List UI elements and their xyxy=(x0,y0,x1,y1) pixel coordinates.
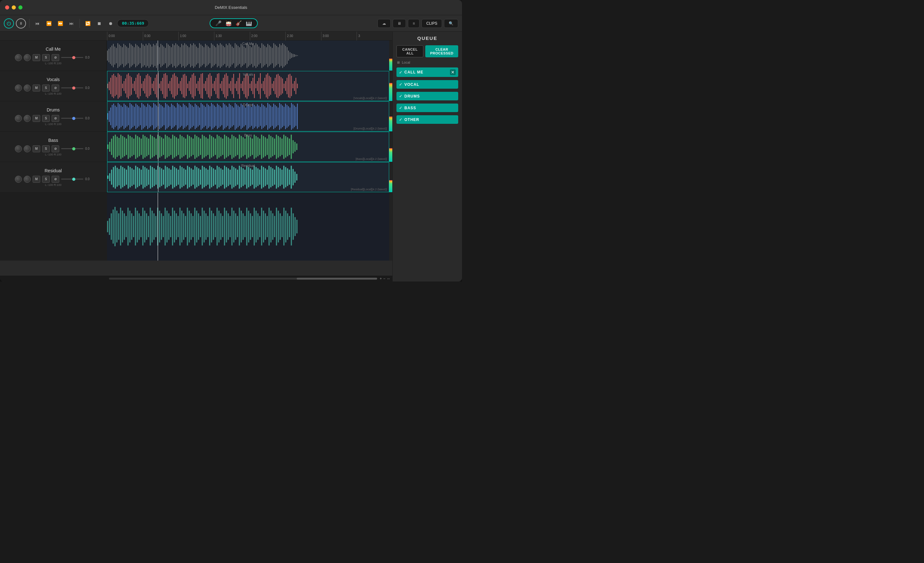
stop-button[interactable]: ⏹ xyxy=(94,19,104,28)
vocals-waveform[interactable]: Vocals xyxy=(107,71,389,101)
monitor-button[interactable]: 🖥 xyxy=(393,19,406,28)
svg-rect-582 xyxy=(278,167,279,187)
call-me-fader-line[interactable] xyxy=(61,57,83,58)
vocals-phase-button[interactable]: ⊘ xyxy=(52,84,59,92)
residual-fader-line[interactable] xyxy=(61,179,83,180)
svg-rect-148 xyxy=(135,78,136,95)
residual-waveform[interactable]: Residual xyxy=(107,162,389,192)
call-me-pan-knob[interactable] xyxy=(15,54,22,61)
vocals-fader-line[interactable] xyxy=(61,87,83,89)
vocals-vol-knob[interactable] xyxy=(24,84,31,92)
bass-mute-button[interactable]: M xyxy=(33,145,40,152)
svg-rect-526 xyxy=(174,167,176,187)
svg-rect-150 xyxy=(138,73,139,99)
residual-vol-knob[interactable] xyxy=(24,176,31,183)
call-me-close-button[interactable]: ✕ xyxy=(450,69,456,75)
zoom-minus-button[interactable]: − xyxy=(383,276,386,281)
drums-pan-knob[interactable] xyxy=(15,115,22,122)
svg-rect-454 xyxy=(231,135,233,159)
residual-pan-knob[interactable] xyxy=(15,176,22,183)
drums-icon[interactable]: 🥁 xyxy=(225,20,232,26)
svg-rect-262 xyxy=(113,104,114,129)
svg-rect-606 xyxy=(131,213,132,240)
drums-vol-knob[interactable] xyxy=(24,115,31,122)
mic-icon[interactable]: 🎤 xyxy=(215,20,222,26)
svg-rect-233 xyxy=(261,84,262,88)
search-button[interactable]: 🔍 xyxy=(444,19,458,28)
minimize-button[interactable] xyxy=(12,5,16,9)
vocals-pan-knob[interactable] xyxy=(15,84,22,92)
residual-phase-button[interactable]: ⊘ xyxy=(52,176,59,183)
bass-fader-line[interactable] xyxy=(61,148,83,149)
svg-rect-409 xyxy=(148,139,150,155)
bass-waveform[interactable]: Bass xyxy=(107,132,389,162)
rewind-button[interactable]: ⏪ xyxy=(44,19,54,28)
svg-rect-193 xyxy=(202,73,202,99)
close-button[interactable] xyxy=(5,5,9,9)
drums-phase-button[interactable]: ⊘ xyxy=(52,115,59,122)
drums-waveform[interactable]: Drums xyxy=(107,101,389,131)
drums-mute-button[interactable]: M xyxy=(33,115,40,122)
clips-button[interactable]: CLIPS xyxy=(422,19,442,28)
svg-rect-553 xyxy=(224,166,225,188)
empty-waveform[interactable] xyxy=(107,192,389,261)
residual-mute-button[interactable]: M xyxy=(33,176,40,183)
svg-rect-576 xyxy=(267,170,268,185)
call-me-vol-knob[interactable] xyxy=(24,54,31,61)
skip-start-button[interactable]: ⏮ xyxy=(33,19,42,28)
svg-rect-140 xyxy=(123,81,124,91)
bass-solo-button[interactable]: S xyxy=(42,145,50,152)
svg-rect-630 xyxy=(176,213,177,240)
menu-button[interactable]: ≡ xyxy=(408,19,420,28)
drums-fader-line[interactable] xyxy=(61,118,83,119)
maximize-button[interactable] xyxy=(18,5,22,9)
drums-solo-button[interactable]: S xyxy=(42,115,50,122)
svg-rect-600 xyxy=(120,208,121,245)
call-me-mute-button[interactable]: M xyxy=(33,54,40,61)
svg-rect-121 xyxy=(286,47,287,64)
svg-rect-527 xyxy=(176,168,177,186)
queue-item-other[interactable]: ✓ OTHER xyxy=(396,115,458,124)
pause-button[interactable]: ⏸ xyxy=(16,18,26,29)
queue-item-call-me[interactable]: ✓ CALL ME ✕ xyxy=(396,68,458,77)
svg-rect-179 xyxy=(182,78,182,95)
bass-phase-button[interactable]: ⊘ xyxy=(52,145,59,152)
call-me-solo-button[interactable]: S xyxy=(42,54,50,61)
cloud-button[interactable]: ☁ xyxy=(378,19,391,28)
svg-rect-518 xyxy=(159,167,160,187)
svg-rect-441 xyxy=(207,139,208,155)
call-me-waveform[interactable]: Call Me xyxy=(107,41,389,71)
bass-pan-knob[interactable] xyxy=(15,145,22,152)
piano-icon[interactable]: 🎹 xyxy=(246,20,252,26)
zoom-fit-button[interactable]: ↔ xyxy=(387,276,390,281)
residual-solo-button[interactable]: S xyxy=(42,176,50,183)
svg-rect-485 xyxy=(289,139,290,155)
power-button[interactable] xyxy=(4,18,14,29)
cancel-all-button[interactable]: CANCEL ALL xyxy=(396,45,423,57)
svg-rect-573 xyxy=(261,166,262,188)
svg-rect-661 xyxy=(233,210,235,242)
residual-fader-value: 0.0 xyxy=(85,177,92,181)
queue-item-vocal[interactable]: ✓ VOCAL xyxy=(396,80,458,89)
vocals-mute-button[interactable]: M xyxy=(33,84,40,92)
queue-item-drums[interactable]: ✓ DRUMS xyxy=(396,92,458,101)
clear-processed-button[interactable]: CLEAR PROCESSED xyxy=(425,45,458,57)
bass-vol-knob[interactable] xyxy=(24,145,31,152)
queue-item-bass[interactable]: ✓ BASS xyxy=(396,104,458,112)
svg-rect-46 xyxy=(176,43,176,68)
svg-rect-428 xyxy=(183,137,184,156)
fast-forward-button[interactable]: ⏩ xyxy=(56,19,65,28)
instrument-selector[interactable]: 🎤 🥁 🎸 🎹 xyxy=(210,18,258,28)
svg-rect-558 xyxy=(233,167,235,187)
svg-rect-676 xyxy=(261,208,262,245)
guitar-icon[interactable]: 🎸 xyxy=(236,20,242,26)
call-me-phase-button[interactable]: ⊘ xyxy=(52,54,59,61)
vocals-solo-button[interactable]: S xyxy=(42,84,50,92)
skip-end-button[interactable]: ⏭ xyxy=(67,19,76,28)
track-list[interactable]: Call Me M S ⊘ 0.0 xyxy=(0,41,392,275)
record-button[interactable]: ⏺ xyxy=(106,19,115,28)
loop-button[interactable]: 🔁 xyxy=(83,19,93,28)
zoom-plus-button[interactable]: + xyxy=(380,276,382,281)
svg-rect-404 xyxy=(139,137,140,156)
svg-rect-252 xyxy=(290,74,290,98)
